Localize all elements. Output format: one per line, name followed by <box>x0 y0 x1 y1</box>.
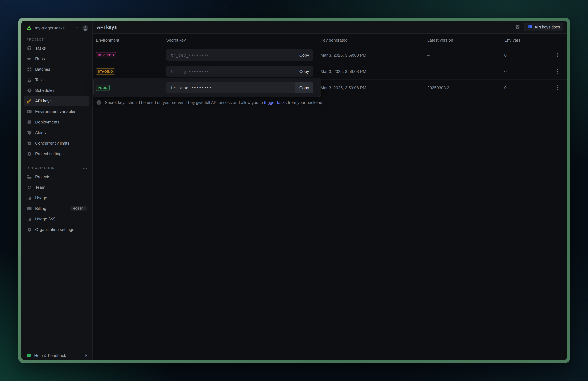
project-nav: Tasks Runs Batches <box>21 43 92 159</box>
secret-keys-note: i Secret keys should be used on your ser… <box>93 96 567 105</box>
secret-key-field[interactable]: tr_prod_•••••••• Copy <box>166 82 313 93</box>
copy-button[interactable]: Copy <box>295 66 313 77</box>
env-badge-staging: STAGING <box>96 68 115 75</box>
sidebar-item-tasks[interactable]: Tasks <box>24 43 89 53</box>
credit-card-icon <box>27 206 32 211</box>
project-section-label: PROJECT <box>21 35 92 43</box>
env-badge-dev: DEV: YOU <box>96 52 116 58</box>
key-generated-cell: Mar 3, 2025, 3:59:08 PM <box>320 69 427 74</box>
project-name: my-trigger-tasks <box>35 25 64 30</box>
test-flask-icon <box>27 77 32 82</box>
shield-check-icon[interactable] <box>515 24 520 30</box>
shortcut-key-badge: H <box>84 353 89 358</box>
latest-version-cell: – <box>427 53 504 57</box>
tasks-icon <box>27 45 32 51</box>
organization-section-label: ORGANIZATION <box>21 163 92 172</box>
sidebar-item-organization-settings[interactable]: Organization settings <box>24 224 89 235</box>
app-window: my-trigger-tasks <box>21 21 567 360</box>
env-vars-cell: 0 <box>504 69 554 74</box>
copy-button[interactable]: Copy <box>295 82 313 93</box>
schedules-clock-icon <box>27 88 32 93</box>
batches-icon <box>27 67 32 72</box>
key-generated-cell: Mar 3, 2025, 3:59:08 PM <box>320 53 427 57</box>
team-people-icon <box>27 185 32 190</box>
gear-icon <box>27 227 32 232</box>
trigger-tasks-link[interactable]: trigger tasks <box>264 100 287 105</box>
archive-box-icon <box>27 141 32 146</box>
api-keys-table: Environment Secret key Key generated Lat… <box>93 34 567 96</box>
sidebar-item-usage[interactable]: Usage <box>24 193 89 203</box>
sidebar-item-concurrency-limits[interactable]: Concurrency limits <box>24 138 89 148</box>
server-stack-icon <box>27 119 32 125</box>
kebab-menu-icon[interactable] <box>554 68 561 75</box>
sidebar-item-team[interactable]: Team <box>24 182 89 193</box>
avatar[interactable] <box>82 25 88 31</box>
masked-secret-key: tr_prod_•••••••• <box>166 85 295 90</box>
hobby-plan-badge: HOBBY <box>70 206 87 211</box>
secret-key-field[interactable]: tr_dev_•••••••• Copy <box>166 49 313 61</box>
key-generated-cell: Mar 3, 2025, 3:59:08 PM <box>320 85 427 90</box>
window-frame: my-trigger-tasks <box>18 18 570 363</box>
sidebar-item-test[interactable]: Test <box>24 74 89 85</box>
masked-secret-key: tr_stg_•••••••• <box>166 69 295 74</box>
sidebar-item-runs[interactable]: Runs <box>24 53 89 64</box>
sidebar-item-projects[interactable]: Projects <box>24 172 89 182</box>
page-title: API keys <box>97 24 117 30</box>
kebab-menu-icon[interactable] <box>554 84 561 91</box>
env-vars-cell: 0 <box>504 53 554 57</box>
copy-button[interactable]: Copy <box>295 49 313 61</box>
sidebar-item-deployments[interactable]: Deployments <box>24 117 89 127</box>
bar-chart-icon <box>27 195 32 201</box>
gear-icon <box>27 151 32 156</box>
key-icon <box>27 98 32 104</box>
env-badge-prod: PROD <box>96 85 109 91</box>
latest-version-cell: – <box>427 69 504 74</box>
sidebar-item-environment-variables[interactable]: Environment variables <box>24 106 89 117</box>
table-row-staging: STAGING tr_stg_•••••••• Copy Mar 3, 2025… <box>93 63 567 80</box>
sidebar-item-schedules[interactable]: Schedules <box>24 85 89 96</box>
main-content: API keys API keys docs <box>93 21 567 360</box>
help-chat-icon <box>26 353 31 358</box>
secret-key-field[interactable]: tr_stg_•••••••• Copy <box>166 66 313 77</box>
api-keys-panel: Environment Secret key Key generated Lat… <box>93 34 567 360</box>
bell-icon <box>27 130 32 135</box>
bar-chart-icon <box>27 216 32 222</box>
sidebar: my-trigger-tasks <box>21 21 93 360</box>
api-keys-docs-button[interactable]: API keys docs <box>524 23 563 31</box>
ellipsis-icon[interactable] <box>83 167 87 169</box>
sidebar-item-usage-v2[interactable]: Usage (v2) <box>24 214 89 224</box>
runs-icon <box>27 56 32 61</box>
latest-version-cell: 20250303.2 <box>427 85 504 90</box>
project-selector[interactable]: my-trigger-tasks <box>21 21 92 35</box>
folder-icon <box>27 174 32 179</box>
masked-secret-key: tr_dev_•••••••• <box>166 53 295 57</box>
help-feedback-button[interactable]: Help & Feedback H <box>21 351 92 360</box>
desktop-background: my-trigger-tasks <box>0 0 588 381</box>
book-icon <box>528 25 532 29</box>
sidebar-item-api-keys[interactable]: API keys <box>24 96 89 106</box>
trigger-logo-icon <box>26 25 32 31</box>
env-vars-cell: 0 <box>504 85 554 90</box>
table-row-dev: DEV: YOU tr_dev_•••••••• Copy Mar 3, 202… <box>93 47 567 63</box>
table-header-row: Environment Secret key Key generated Lat… <box>93 34 567 47</box>
sidebar-item-billing[interactable]: Billing HOBBY <box>24 203 89 214</box>
sidebar-item-alerts[interactable]: Alerts <box>24 127 89 138</box>
sidebar-item-project-settings[interactable]: Project settings <box>24 148 89 159</box>
chevron-down-icon[interactable] <box>75 26 79 30</box>
page-header: API keys API keys docs <box>93 21 567 34</box>
organization-nav: Projects Team Usage <box>21 172 92 235</box>
sidebar-item-batches[interactable]: Batches <box>24 64 89 74</box>
id-card-icon <box>27 109 32 114</box>
kebab-menu-icon[interactable] <box>554 51 561 59</box>
info-icon: i <box>97 100 101 105</box>
